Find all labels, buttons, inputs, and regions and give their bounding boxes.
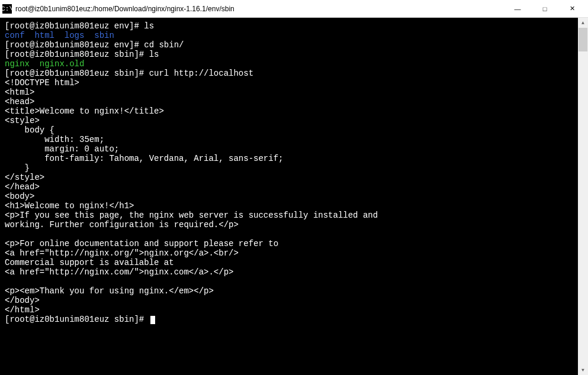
- cursor-icon: [150, 316, 155, 324]
- terminal-line: [5, 229, 573, 239]
- terminal-line: font-family: Tahoma, Verdana, Arial, san…: [5, 154, 573, 163]
- command-text: ls: [149, 50, 159, 59]
- terminal-window: C:\ root@iz0b1unim801euz:/home/Download/…: [0, 0, 588, 375]
- terminal-output[interactable]: [root@iz0b1unim801euz env]# lsconf html …: [1, 19, 577, 374]
- scroll-down-arrow-icon[interactable]: ▼: [578, 365, 588, 375]
- prompt-text: [root@iz0b1unim801euz env]#: [5, 21, 144, 31]
- terminal-line: </style>: [5, 173, 573, 182]
- terminal-line: </html>: [5, 305, 573, 315]
- app-icon: C:\: [2, 4, 12, 14]
- terminal-line: conf html logs sbin: [5, 31, 573, 40]
- terminal-line: </body>: [5, 296, 573, 305]
- prompt-text: [root@iz0b1unim801euz env]#: [5, 40, 144, 50]
- terminal-line: <h1>Welcome to nginx!</h1>: [5, 201, 573, 211]
- terminal-line: <title>Welcome to nginx!</title>: [5, 106, 573, 116]
- scroll-up-arrow-icon[interactable]: ▲: [578, 18, 588, 28]
- minimize-button[interactable]: —: [504, 0, 531, 18]
- command-text: ls: [144, 21, 154, 31]
- terminal-line: <!DOCTYPE html>: [5, 78, 573, 88]
- terminal-line: <html>: [5, 88, 573, 97]
- terminal-line: [root@iz0b1unim801euz env]# cd sbin/: [5, 40, 573, 50]
- terminal-line: [root@iz0b1unim801euz sbin]# curl http:/…: [5, 69, 573, 78]
- window-title: root@iz0b1unim801euz:/home/Download/ngin…: [15, 5, 504, 13]
- titlebar[interactable]: C:\ root@iz0b1unim801euz:/home/Download/…: [0, 0, 588, 18]
- scrollbar-thumb[interactable]: [579, 28, 587, 51]
- terminal-line: [root@iz0b1unim801euz env]# ls: [5, 21, 573, 31]
- terminal-line: working. Further configuration is requir…: [5, 220, 573, 229]
- prompt-text: [root@iz0b1unim801euz sbin]#: [5, 315, 149, 324]
- terminal-line: body {: [5, 125, 573, 135]
- terminal-line: [root@iz0b1unim801euz sbin]#: [5, 315, 573, 324]
- terminal-line: <p>If you see this page, the nginx web s…: [5, 211, 573, 220]
- prompt-text: [root@iz0b1unim801euz sbin]#: [5, 69, 149, 78]
- close-button[interactable]: ✕: [558, 0, 586, 18]
- maximize-button[interactable]: □: [531, 0, 558, 18]
- terminal-line: [root@iz0b1unim801euz sbin]# ls: [5, 50, 573, 59]
- terminal-line: <a href="http://nginx.com/">nginx.com</a…: [5, 267, 573, 277]
- terminal-line: <a href="http://nginx.org/">nginx.org</a…: [5, 248, 573, 258]
- terminal-line: <p><em>Thank you for using nginx.</em></…: [5, 286, 573, 296]
- terminal-line: [5, 277, 573, 286]
- terminal-line: }: [5, 163, 573, 173]
- window-controls: — □ ✕: [504, 0, 586, 18]
- terminal-line: <head>: [5, 97, 573, 106]
- terminal-line: <body>: [5, 192, 573, 201]
- terminal-line: <style>: [5, 116, 573, 125]
- vertical-scrollbar[interactable]: ▲ ▼: [578, 18, 588, 375]
- terminal-line: nginx nginx.old: [5, 59, 573, 69]
- terminal-line: <p>For online documentation and support …: [5, 239, 573, 248]
- command-text: curl http://localhost: [149, 69, 253, 78]
- terminal-line: margin: 0 auto;: [5, 144, 573, 154]
- prompt-text: [root@iz0b1unim801euz sbin]#: [5, 50, 149, 59]
- terminal-line: Commercial support is available at: [5, 258, 573, 267]
- terminal-container: [root@iz0b1unim801euz env]# lsconf html …: [0, 18, 588, 375]
- terminal-line: </head>: [5, 182, 573, 192]
- terminal-line: width: 35em;: [5, 135, 573, 144]
- command-text: cd sbin/: [144, 40, 184, 50]
